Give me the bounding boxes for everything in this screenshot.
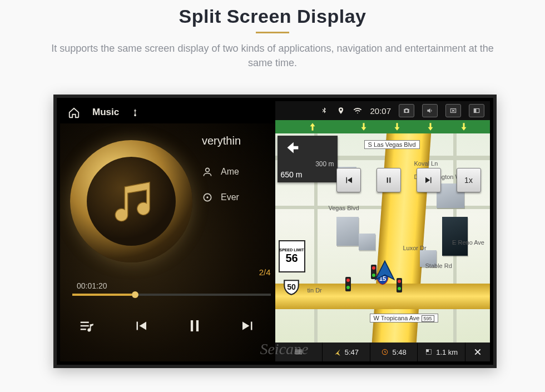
nav-eta[interactable]: 5:47 — [323, 343, 370, 361]
street-text: Vegas Blvd — [329, 205, 359, 211]
sim-speed-button[interactable]: 1x — [457, 168, 481, 192]
route-lane-bar — [275, 120, 490, 133]
music-pane: Music verythin — [60, 101, 275, 361]
album-icon — [202, 192, 213, 203]
progress-bar[interactable] — [72, 294, 271, 296]
navigation-pane: 20:07 — [275, 101, 490, 361]
page-subtitle: It supports the same screen display of t… — [50, 41, 495, 70]
title-underline — [256, 32, 289, 33]
street-text: Koval Ln — [414, 160, 438, 167]
street-label: S Las Vegas Blvd — [364, 140, 420, 149]
bluetooth-icon — [320, 106, 329, 115]
usb-icon[interactable] — [131, 107, 139, 118]
volume-icon[interactable] — [422, 104, 438, 117]
page-title: Split Screen Display — [0, 6, 545, 27]
sim-pause-button[interactable] — [376, 168, 401, 192]
album-art — [70, 140, 192, 262]
close-window-icon[interactable] — [445, 104, 461, 117]
sim-prev-button[interactable] — [336, 168, 361, 192]
track-title: verythin — [202, 135, 273, 147]
current-position-icon — [374, 259, 396, 281]
wifi-icon — [353, 106, 362, 115]
split-view-icon[interactable] — [469, 104, 484, 117]
artist-icon — [202, 166, 213, 177]
prev-track-button[interactable] — [128, 313, 153, 339]
nav-close-button[interactable] — [465, 343, 490, 361]
music-notes-icon — [109, 179, 159, 229]
location-icon — [336, 106, 345, 115]
music-top-label: Music — [92, 107, 119, 118]
brand-watermark: Seicane — [260, 340, 308, 358]
route-shield-icon: 50 — [282, 278, 301, 298]
turn-secondary-distance: 650 m — [281, 170, 334, 179]
nav-clock[interactable]: 5:48 — [370, 343, 418, 361]
turn-instruction: 300 m 650 m — [278, 136, 338, 182]
street-text: Stable Rd — [425, 262, 452, 269]
album-label: Ever — [221, 192, 239, 202]
sim-next-button[interactable] — [417, 168, 441, 192]
device-frame: Music verythin — [53, 95, 497, 368]
turn-left-icon — [281, 139, 303, 158]
screenshot-icon[interactable] — [399, 104, 414, 117]
nav-distance[interactable]: 1.1 km — [418, 343, 465, 361]
status-clock: 20:07 — [370, 106, 391, 116]
street-text: E Reno Ave — [452, 239, 484, 246]
svg-rect-5 — [474, 109, 476, 113]
time-elapsed: 00:01:20 — [77, 281, 107, 290]
speed-limit-sign: SPEED LIMIT 56 — [279, 240, 305, 272]
svg-point-2 — [206, 196, 208, 198]
next-track-button[interactable] — [235, 313, 261, 339]
playlist-button[interactable] — [74, 313, 100, 339]
turn-primary-distance: 300 m — [281, 160, 334, 168]
svg-text:50: 50 — [287, 282, 296, 291]
artist-label: Ame — [221, 167, 239, 177]
street-text: Luxor Dr — [403, 245, 427, 251]
street-text: tin Dr — [308, 287, 322, 294]
home-icon[interactable] — [68, 107, 80, 118]
pause-button[interactable] — [182, 313, 207, 339]
track-counter: 2/4 — [259, 267, 271, 277]
status-bar: 20:07 — [275, 101, 490, 120]
svg-point-0 — [206, 168, 210, 172]
street-label: W Tropicana Ave 595 — [370, 314, 438, 322]
